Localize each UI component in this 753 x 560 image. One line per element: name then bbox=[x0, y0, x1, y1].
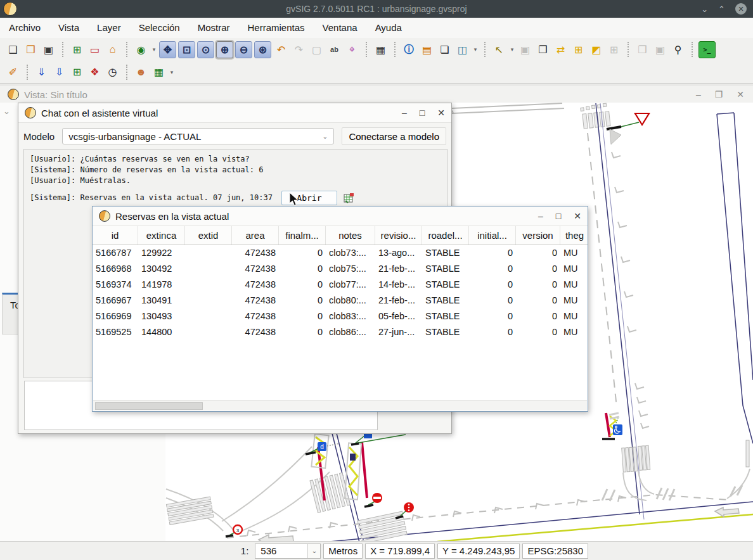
zoom-out-icon[interactable]: ⊖ bbox=[235, 41, 252, 58]
table-window-titlebar[interactable]: Reservas en la vista actual – □ ✕ bbox=[93, 207, 588, 226]
scrollbar-thumb[interactable] bbox=[95, 402, 203, 410]
locator-icon[interactable]: ab bbox=[326, 42, 342, 58]
menu-seleccion[interactable]: Selección bbox=[130, 18, 189, 38]
zoom-full-extent-icon[interactable]: ⊛ bbox=[254, 41, 271, 58]
zoom-previous-icon[interactable]: ↶ bbox=[273, 42, 289, 58]
chevron-down-icon[interactable]: ⌄ bbox=[3, 106, 10, 116]
dropdown-arrow-icon[interactable]: ▾ bbox=[472, 46, 479, 53]
menu-ventana[interactable]: Ventana bbox=[314, 18, 366, 38]
scale-select[interactable]: 536 ⌄ bbox=[255, 544, 321, 559]
frame-icon[interactable]: ▢ bbox=[309, 42, 325, 58]
column-header[interactable]: theg bbox=[560, 226, 588, 245]
chevron-down-icon[interactable]: ⌄ bbox=[307, 544, 320, 558]
column-header[interactable]: finalm... bbox=[279, 226, 326, 245]
column-header[interactable]: extinca bbox=[138, 226, 185, 245]
zoom-in-icon[interactable]: ⊕ bbox=[216, 41, 233, 58]
column-header[interactable]: initial... bbox=[469, 226, 516, 245]
menu-herramientas[interactable]: Herramientas bbox=[239, 18, 314, 38]
measure-area-icon[interactable]: ◫ bbox=[454, 42, 470, 58]
export-view-icon[interactable]: ⌂ bbox=[105, 42, 120, 58]
table-row[interactable]: 5169374 141978 472438 0 clob77:... 14-fe… bbox=[93, 277, 588, 293]
table-minimize-icon[interactable]: – bbox=[538, 211, 543, 221]
attribute-table-icon[interactable]: ▦ bbox=[373, 42, 389, 58]
horizontal-scrollbar[interactable] bbox=[93, 400, 587, 410]
select-tool-icon[interactable]: ↖ bbox=[491, 42, 507, 58]
column-header[interactable]: id bbox=[93, 226, 138, 245]
crosswalk-bar-right-edge bbox=[746, 440, 749, 467]
menu-vista[interactable]: Vista bbox=[49, 18, 88, 38]
cell-thegeom: MU bbox=[560, 324, 588, 340]
table-row[interactable]: 5166968 130492 472438 0 clob75:... 21-fe… bbox=[93, 261, 588, 277]
split-window-icon[interactable]: ◩ bbox=[588, 42, 604, 58]
column-header[interactable]: area bbox=[232, 226, 279, 245]
units-field: Metros bbox=[323, 544, 363, 559]
dropdown-arrow-icon[interactable]: ▾ bbox=[169, 69, 175, 75]
column-header[interactable]: roadel... bbox=[422, 226, 469, 245]
center-to-point-icon[interactable]: ⌖ bbox=[344, 42, 360, 58]
chat-maximize-icon[interactable]: □ bbox=[420, 108, 425, 118]
table-row[interactable]: 5166787 129922 472438 0 clob73:... 13-ag… bbox=[93, 245, 588, 261]
vcs-history-icon[interactable]: ◷ bbox=[105, 64, 120, 80]
vcs-add-icon[interactable]: ⊞ bbox=[69, 64, 85, 80]
table-row[interactable]: 5166969 130493 472438 0 clob83:... 05-fe… bbox=[93, 309, 588, 324]
open-table-button[interactable]: Abrir bbox=[281, 191, 337, 205]
table-row[interactable]: 5166967 130491 472438 0 clob80:... 21-fe… bbox=[93, 293, 588, 309]
zoom-next-icon[interactable]: ↷ bbox=[291, 42, 307, 58]
save-edits-icon[interactable]: ▣ bbox=[652, 42, 668, 58]
table-maximize-icon[interactable]: □ bbox=[556, 211, 561, 221]
catalog-icon[interactable]: ▤ bbox=[419, 42, 435, 58]
scripting-console-icon[interactable]: >_ bbox=[698, 41, 716, 58]
selection-extra-icon[interactable]: ▣ bbox=[517, 42, 533, 58]
chat-window-titlebar[interactable]: Chat con el asistente virtual – □ ✕ bbox=[18, 103, 451, 123]
chat-minimize-icon[interactable]: – bbox=[402, 108, 407, 118]
cell-extid bbox=[185, 261, 232, 277]
vista-restore-icon[interactable]: ❐ bbox=[715, 89, 723, 99]
vista-close-icon[interactable]: ✕ bbox=[737, 89, 744, 99]
paste-icon[interactable]: ❐ bbox=[634, 42, 650, 58]
dropdown-arrow-icon[interactable]: ▾ bbox=[151, 46, 157, 53]
clear-highlight-icon[interactable]: ✐ bbox=[5, 64, 21, 80]
vcs-update-icon[interactable]: ⇩ bbox=[51, 64, 67, 80]
menu-layer[interactable]: Layer bbox=[88, 18, 130, 38]
search-icon[interactable]: ⚲ bbox=[670, 42, 686, 58]
swap-views-icon[interactable]: ⇄ bbox=[553, 42, 569, 58]
export-table-icon[interactable]: ▦ bbox=[151, 64, 167, 80]
add-visualization-icon[interactable]: ◉ bbox=[133, 42, 149, 58]
chat-close-icon[interactable]: ✕ bbox=[437, 108, 445, 118]
table-close-icon[interactable]: ✕ bbox=[574, 211, 581, 221]
vcs-changes-icon[interactable]: ❖ bbox=[87, 64, 103, 80]
new-document-icon[interactable]: ❑ bbox=[5, 42, 21, 58]
info-by-point-icon[interactable]: ⓘ bbox=[401, 42, 417, 58]
tile-windows-icon[interactable]: ⊞ bbox=[570, 42, 586, 58]
users-icon[interactable]: ☻ bbox=[133, 64, 149, 80]
x-coordinate-field: X = 719.899,4 bbox=[365, 544, 435, 559]
cell-id: 5169525 bbox=[93, 324, 138, 340]
vista-window-titlebar[interactable]: Vista: Sin título – ❐ ✕ bbox=[0, 86, 753, 103]
menu-archivo[interactable]: Archivo bbox=[0, 18, 49, 38]
zoom-center-icon[interactable]: ⊙ bbox=[197, 41, 214, 58]
table-row[interactable]: 5169525 144800 472438 0 clob86:... 27-ju… bbox=[93, 324, 588, 340]
menu-mostrar[interactable]: Mostrar bbox=[189, 18, 239, 38]
cell-finalm: 0 bbox=[279, 324, 326, 340]
save-project-icon[interactable]: ▣ bbox=[41, 42, 56, 58]
layer-overlays-icon[interactable]: ❐ bbox=[535, 42, 551, 58]
menu-ayuda[interactable]: Ayuda bbox=[366, 18, 411, 38]
column-header[interactable]: revisio... bbox=[375, 226, 422, 245]
zoom-window-icon[interactable]: ⊡ bbox=[178, 41, 195, 58]
vista-minimize-icon[interactable]: – bbox=[696, 89, 701, 99]
zoom-to-selection-icon[interactable]: ▭ bbox=[87, 42, 103, 58]
open-project-icon[interactable]: ❒ bbox=[23, 42, 39, 58]
layer-stack-icon[interactable]: ❏ bbox=[437, 42, 453, 58]
app-title: gvSIG 2.7.0.5011 RC1 : urbansignage.gvsp… bbox=[0, 4, 753, 14]
model-select[interactable]: vcsgis-urbansignage - ACTUAL ⌄ bbox=[62, 128, 334, 144]
column-header[interactable]: version bbox=[516, 226, 560, 245]
connect-model-button[interactable]: Conectarse a modelo bbox=[342, 127, 446, 145]
column-header[interactable]: extid bbox=[185, 226, 232, 245]
vcs-checkout-icon[interactable]: ⇓ bbox=[34, 64, 49, 80]
svg-text:d: d bbox=[320, 443, 324, 450]
column-header[interactable]: notes bbox=[326, 226, 375, 245]
dropdown-arrow-icon[interactable]: ▾ bbox=[509, 46, 515, 53]
pan-icon[interactable]: ✥ bbox=[159, 41, 176, 58]
cascade-windows-icon[interactable]: ⊞ bbox=[606, 42, 622, 58]
add-layer-icon[interactable]: ⊞ bbox=[69, 42, 85, 58]
